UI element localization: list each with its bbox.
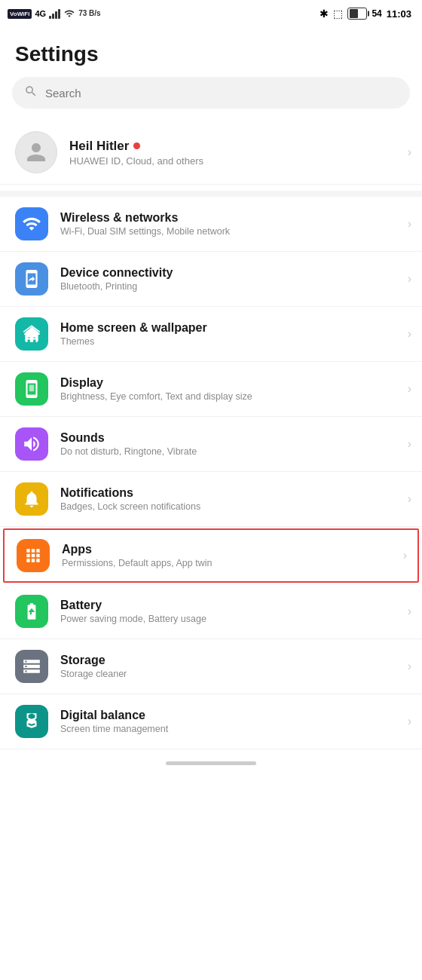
settings-item-digital-balance[interactable]: Digital balance Screen time management ›	[0, 694, 422, 749]
bluetooth-icon: ✱	[320, 8, 329, 20]
display-icon	[22, 379, 41, 399]
apps-text: Apps Permissions, Default apps, App twin	[62, 543, 212, 568]
home-screen-icon	[22, 324, 41, 344]
battery-icon	[347, 8, 367, 20]
section-divider	[0, 191, 422, 197]
battery-subtitle: Power saving mode, Battery usage	[60, 614, 206, 624]
sounds-title: Sounds	[60, 431, 197, 445]
search-input[interactable]	[45, 87, 398, 100]
device-text: Device connectivity Bluetooth, Printing	[60, 266, 173, 292]
notifications-title: Notifications	[60, 486, 200, 500]
digital-balance-title: Digital balance	[60, 709, 168, 722]
device-connectivity-icon	[22, 269, 41, 289]
apps-title: Apps	[62, 543, 212, 556]
settings-item-display[interactable]: Display Brightness, Eye comfort, Text an…	[0, 362, 422, 417]
notifications-subtitle: Badges, Lock screen notifications	[60, 501, 200, 512]
settings-item-notifications[interactable]: Notifications Badges, Lock screen notifi…	[0, 472, 422, 527]
online-indicator	[133, 142, 140, 149]
notifications-text: Notifications Badges, Lock screen notifi…	[60, 486, 200, 512]
display-title: Display	[60, 376, 252, 390]
time-display: 11:03	[387, 8, 411, 20]
signal-bars	[49, 8, 60, 19]
storage-title: Storage	[60, 654, 127, 667]
vowifi-badge: VoWiFi	[8, 9, 32, 19]
device-icon-wrap	[15, 262, 48, 296]
speed-indicator: 73 B/s	[78, 9, 100, 18]
digital-balance-icon	[22, 712, 41, 731]
display-icon-wrap	[15, 372, 48, 406]
digital-balance-subtitle: Screen time management	[60, 724, 168, 734]
home-text: Home screen & wallpaper Themes	[60, 321, 207, 347]
status-left: VoWiFi 4G 73 B/s	[8, 8, 101, 19]
display-text: Display Brightness, Eye comfort, Text an…	[60, 376, 252, 402]
settings-item-battery[interactable]: Battery Power saving mode, Battery usage…	[0, 584, 422, 639]
sounds-chevron: ›	[408, 437, 411, 451]
battery-percent: 54	[372, 8, 381, 19]
home-title: Home screen & wallpaper	[60, 321, 207, 335]
sounds-icon	[22, 434, 41, 454]
svg-rect-1	[29, 385, 35, 392]
search-icon	[24, 84, 38, 101]
search-bar[interactable]	[12, 77, 410, 109]
bottom-bar	[0, 749, 422, 774]
wireless-icon-wrap	[15, 207, 48, 240]
sounds-subtitle: Do not disturb, Ringtone, Vibrate	[60, 446, 197, 457]
wireless-subtitle: Wi-Fi, Dual SIM settings, Mobile network	[60, 226, 230, 237]
storage-subtitle: Storage cleaner	[60, 669, 127, 679]
notifications-chevron: ›	[408, 492, 411, 506]
home-chevron: ›	[408, 327, 411, 341]
status-bar: VoWiFi 4G 73 B/s ✱ ⬚ 54 11:03	[0, 0, 422, 27]
device-chevron: ›	[408, 272, 411, 286]
wireless-title: Wireless & networks	[60, 211, 230, 225]
display-chevron: ›	[408, 382, 411, 396]
apps-subtitle: Permissions, Default apps, App twin	[62, 558, 212, 568]
device-title: Device connectivity	[60, 266, 173, 280]
wireless-text: Wireless & networks Wi-Fi, Dual SIM sett…	[60, 211, 230, 237]
digital-balance-text: Digital balance Screen time management	[60, 709, 168, 734]
battery-icon-wrap	[15, 595, 48, 628]
apps-icon-wrap	[17, 539, 50, 572]
settings-item-home-screen[interactable]: Home screen & wallpaper Themes ›	[0, 307, 422, 362]
settings-item-apps[interactable]: Apps Permissions, Default apps, App twin…	[3, 528, 419, 583]
profile-name: Heil Hitler	[69, 139, 203, 154]
notifications-icon-wrap	[15, 482, 48, 516]
wifi-settings-icon	[22, 214, 41, 234]
status-right: ✱ ⬚ 54 11:03	[320, 8, 411, 20]
avatar	[15, 131, 57, 173]
vibrate-icon: ⬚	[333, 8, 343, 20]
settings-item-device-connectivity[interactable]: Device connectivity Bluetooth, Printing …	[0, 252, 422, 307]
profile-section[interactable]: Heil Hitler HUAWEI ID, Cloud, and others…	[0, 121, 422, 185]
digital-balance-icon-wrap	[15, 705, 48, 738]
digital-balance-chevron: ›	[408, 715, 411, 728]
home-subtitle: Themes	[60, 336, 207, 347]
sounds-text: Sounds Do not disturb, Ringtone, Vibrate	[60, 431, 197, 457]
settings-list: Wireless & networks Wi-Fi, Dual SIM sett…	[0, 197, 422, 749]
storage-text: Storage Storage cleaner	[60, 654, 127, 679]
home-indicator[interactable]	[166, 761, 256, 765]
storage-chevron: ›	[408, 660, 411, 673]
device-subtitle: Bluetooth, Printing	[60, 281, 173, 292]
storage-icon-wrap	[15, 650, 48, 683]
home-icon-wrap	[15, 317, 48, 351]
profile-info: Heil Hitler HUAWEI ID, Cloud, and others	[69, 139, 203, 167]
storage-icon	[22, 657, 41, 676]
display-subtitle: Brightness, Eye comfort, Text and displa…	[60, 391, 252, 402]
settings-item-sounds[interactable]: Sounds Do not disturb, Ringtone, Vibrate…	[0, 417, 422, 472]
page-title: Settings	[0, 27, 422, 77]
profile-subtext: HUAWEI ID, Cloud, and others	[69, 155, 203, 167]
notifications-icon	[22, 489, 41, 509]
sounds-icon-wrap	[15, 427, 48, 461]
settings-item-storage[interactable]: Storage Storage cleaner ›	[0, 639, 422, 694]
apps-chevron: ›	[403, 549, 407, 562]
apps-icon	[23, 546, 43, 565]
settings-item-wireless[interactable]: Wireless & networks Wi-Fi, Dual SIM sett…	[0, 197, 422, 252]
battery-text: Battery Power saving mode, Battery usage	[60, 599, 206, 624]
wireless-chevron: ›	[408, 217, 411, 231]
profile-chevron: ›	[408, 145, 411, 159]
battery-settings-icon	[22, 602, 41, 621]
wifi-icon	[63, 8, 75, 19]
battery-chevron: ›	[408, 605, 411, 618]
battery-title: Battery	[60, 599, 206, 612]
network-type: 4G	[35, 9, 46, 18]
